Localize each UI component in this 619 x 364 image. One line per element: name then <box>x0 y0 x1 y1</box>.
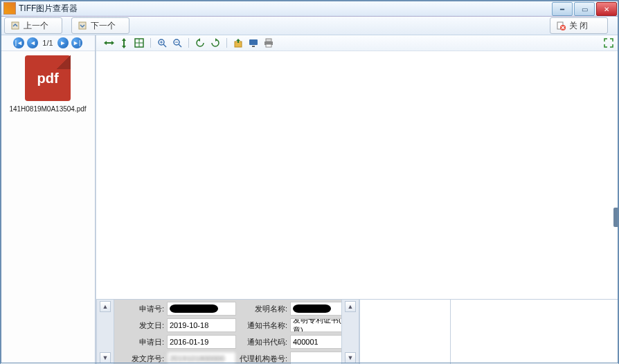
value-dispatch-date: 2019-10-18 <box>167 318 236 332</box>
content-area: |◄ ◄ 1/1 ► ►| pdf 141H0819M0A13504.pdf <box>1 35 618 364</box>
window-close-button[interactable]: ✕ <box>596 2 617 16</box>
value-application-date: 2016-01-19 <box>167 335 236 349</box>
window-title: TIFF图片查看器 <box>19 3 550 15</box>
metadata-pane-b <box>450 300 618 364</box>
scroll-down-button[interactable]: ▼ <box>100 352 111 363</box>
print-icon[interactable] <box>263 37 274 48</box>
page-nav-bar: |◄ ◄ 1/1 ► ►| <box>1 35 95 51</box>
value-application-no <box>167 302 236 316</box>
scroll-down-button-2[interactable]: ▼ <box>345 352 356 363</box>
svg-line-6 <box>163 44 166 47</box>
titlebar: TIFF图片查看器 ━ ▭ ✕ <box>1 1 618 17</box>
page-indicator: 1/1 <box>42 39 53 47</box>
viewer-panel: ▲ ▼ 申请号: 发明名称: 发文日: 2019-10-18 通知书名称: 发明… <box>96 35 618 364</box>
page-down-icon <box>78 21 87 30</box>
svg-rect-14 <box>266 44 271 47</box>
svg-rect-11 <box>252 46 255 47</box>
side-panel-handle[interactable] <box>613 208 619 227</box>
app-icon <box>3 2 16 15</box>
last-page-button[interactable]: ►| <box>71 37 82 48</box>
scroll-up-button-2[interactable]: ▲ <box>345 301 356 312</box>
label-dispatch-date: 发文日: <box>117 320 164 331</box>
actual-size-icon[interactable] <box>134 37 145 48</box>
label-dispatch-seq: 发文序号: <box>117 354 164 364</box>
form-right-scroll: ▲ ▼ <box>341 300 359 364</box>
export-icon[interactable] <box>233 37 244 48</box>
label-notice-code: 通知书代码: <box>239 337 287 347</box>
svg-rect-0 <box>12 22 19 29</box>
maximize-button[interactable]: ▭ <box>574 2 595 16</box>
metadata-form: 申请号: 发明名称: 发文日: 2019-10-18 通知书名称: 发明专利证书… <box>114 300 341 364</box>
page-up-icon <box>10 21 20 30</box>
display-icon[interactable] <box>248 37 259 48</box>
thumbnail-panel: |◄ ◄ 1/1 ► ►| pdf 141H0819M0A13504.pdf <box>1 35 96 364</box>
svg-rect-10 <box>249 39 258 45</box>
prev-button[interactable]: 上一个 <box>4 17 62 34</box>
prev-button-label: 上一个 <box>24 20 48 32</box>
viewer-window: TIFF图片查看器 ━ ▭ ✕ 上一个 下一个 <box>0 0 619 364</box>
next-page-button[interactable]: ► <box>57 37 69 48</box>
rotate-left-icon[interactable] <box>195 37 206 48</box>
next-button-label: 下一个 <box>91 20 116 32</box>
main-toolbar: 上一个 下一个 关 闭 <box>1 17 618 35</box>
label-agency-reg-no: 代理机构卷号: <box>239 354 287 364</box>
fullscreen-icon[interactable] <box>603 37 614 48</box>
svg-line-8 <box>179 44 181 47</box>
fit-width-icon[interactable] <box>103 37 114 48</box>
metadata-pane-a <box>359 300 450 364</box>
zoom-out-icon[interactable] <box>172 37 183 48</box>
thumbnail-filename: 141H0819M0A13504.pdf <box>1 105 95 113</box>
form-left-scroll: ▲ ▼ <box>96 300 114 364</box>
metadata-panel: ▲ ▼ 申请号: 发明名称: 发文日: 2019-10-18 通知书名称: 发明… <box>96 299 618 364</box>
document-viewport[interactable] <box>96 51 618 299</box>
minimize-button[interactable]: ━ <box>552 2 573 16</box>
label-invention-name: 发明名称: <box>239 304 287 314</box>
close-doc-icon <box>556 21 566 30</box>
scroll-up-button[interactable]: ▲ <box>100 301 111 312</box>
label-application-date: 申请日: <box>117 337 164 347</box>
rotate-right-icon[interactable] <box>210 37 221 48</box>
svg-rect-1 <box>79 22 86 29</box>
next-button[interactable]: 下一个 <box>71 17 129 34</box>
close-button[interactable]: 关 闭 <box>550 17 608 34</box>
value-dispatch-seq: 2019101800000 <box>167 352 236 364</box>
prev-page-button[interactable]: ◄ <box>27 37 38 48</box>
label-application-no: 申请号: <box>117 304 164 314</box>
viewer-toolbar <box>96 35 618 51</box>
fit-height-icon[interactable] <box>118 37 129 48</box>
window-controls: ━ ▭ ✕ <box>550 2 617 15</box>
thumbnail-area: pdf 141H0819M0A13504.pdf <box>1 51 95 364</box>
svg-rect-12 <box>266 39 271 42</box>
first-page-button[interactable]: |◄ <box>13 37 24 48</box>
pdf-thumbnail[interactable]: pdf <box>25 55 71 101</box>
close-button-label: 关 闭 <box>569 20 588 32</box>
pdf-badge: pdf <box>25 71 71 87</box>
zoom-in-icon[interactable] <box>156 37 168 48</box>
label-notice-name: 通知书名称: <box>239 320 287 331</box>
